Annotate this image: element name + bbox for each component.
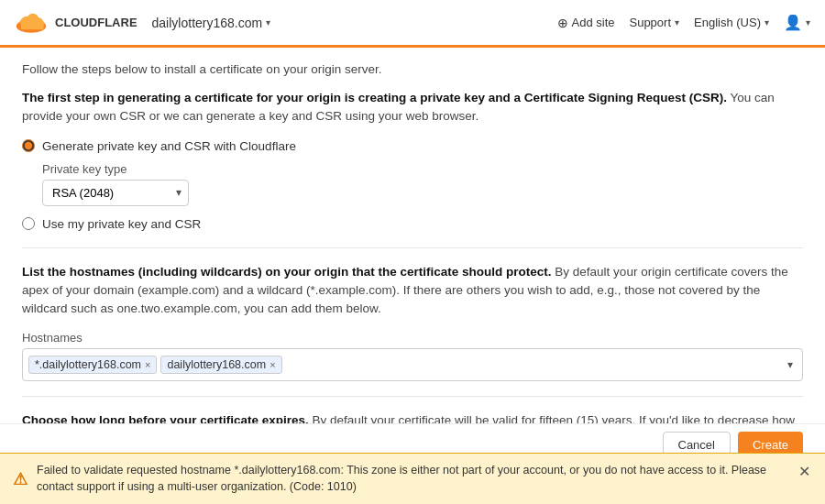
error-bar: ⚠ Failed to validate requested hostname …: [0, 453, 825, 504]
radio-own-key-label: Use my private key and CSR: [42, 217, 201, 231]
nav-right: ⊕ Add site Support ▾ English (US) ▾ 👤 ▾: [557, 14, 811, 31]
domain-selector[interactable]: dailylottery168.com ▾: [152, 16, 271, 30]
radio-cloudflare-option[interactable]: Generate private key and CSR with Cloudf…: [22, 139, 803, 153]
error-close-button[interactable]: ✕: [798, 463, 810, 480]
domain-name: dailylottery168.com: [152, 16, 263, 30]
radio-own-key-input[interactable]: [22, 217, 35, 230]
step1-description: The first step in generating a certifica…: [22, 89, 803, 126]
hostnames-description: List the hostnames (including wildcards)…: [22, 263, 803, 319]
logo-area: CLOUDFLARE: [15, 10, 138, 36]
user-icon: 👤: [784, 14, 802, 31]
warning-icon: ⚠: [13, 469, 28, 489]
hostnames-label: Hostnames: [22, 331, 803, 345]
divider-1: [22, 247, 803, 248]
add-site-button[interactable]: ⊕ Add site: [557, 16, 615, 30]
hostnames-desc-bold: List the hostnames (including wildcards)…: [22, 265, 552, 279]
user-menu[interactable]: 👤 ▾: [784, 14, 810, 31]
error-text: Failed to validate requested hostname *.…: [37, 463, 791, 495]
topnav: CLOUDFLARE dailylottery168.com ▾ ⊕ Add s…: [0, 0, 825, 48]
key-type-select[interactable]: RSA (2048) ECDSA (P-256): [42, 180, 189, 206]
hostnames-tags-input[interactable]: *.dailylottery168.com × dailylottery168.…: [22, 348, 803, 381]
hostnames-field-group: Hostnames *.dailylottery168.com × dailyl…: [22, 331, 803, 381]
svg-rect-7: [21, 23, 44, 29]
main-content: Follow the steps below to install a cert…: [0, 48, 825, 466]
language-selector[interactable]: English (US) ▾: [694, 16, 769, 29]
cloudflare-logo: [15, 10, 48, 36]
plus-icon: ⊕: [557, 16, 568, 30]
user-chevron: ▾: [806, 17, 810, 27]
support-chevron: ▾: [675, 17, 679, 27]
cloudflare-wordmark: CLOUDFLARE: [55, 16, 138, 29]
tag-apex-value: dailylottery168.com: [167, 358, 266, 371]
tag-wildcard-value: *.dailylottery168.com: [35, 358, 141, 371]
key-type-select-wrap[interactable]: RSA (2048) ECDSA (P-256): [42, 180, 189, 206]
key-type-field-group: Private key type RSA (2048) ECDSA (P-256…: [42, 162, 803, 206]
step1-desc-bold: The first step in generating a certifica…: [22, 91, 727, 104]
key-type-label: Private key type: [42, 162, 803, 176]
radio-cloudflare-label: Generate private key and CSR with Cloudf…: [42, 139, 296, 153]
domain-chevron: ▾: [266, 17, 270, 27]
tag-apex-remove[interactable]: ×: [270, 359, 275, 370]
add-site-label: Add site: [572, 16, 615, 29]
intro-text: Follow the steps below to install a cert…: [22, 62, 803, 76]
support-button[interactable]: Support ▾: [629, 16, 679, 29]
tag-wildcard-remove[interactable]: ×: [145, 359, 150, 370]
support-label: Support: [629, 16, 671, 29]
language-chevron: ▾: [764, 17, 769, 27]
key-source-radio-group: Generate private key and CSR with Cloudf…: [22, 139, 803, 231]
tags-dropdown-chevron[interactable]: ▾: [784, 358, 797, 371]
divider-2: [22, 396, 803, 397]
radio-cloudflare-input[interactable]: [22, 139, 35, 152]
language-label: English (US): [694, 16, 761, 29]
tag-apex: dailylottery168.com ×: [160, 356, 281, 374]
radio-own-key-option[interactable]: Use my private key and CSR: [22, 217, 803, 231]
tag-wildcard: *.dailylottery168.com ×: [28, 356, 157, 374]
